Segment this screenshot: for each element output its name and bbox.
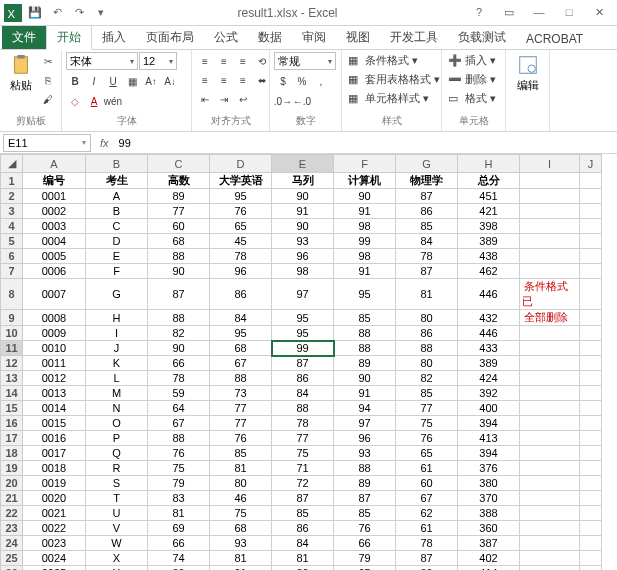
cell[interactable]: 81 (210, 551, 272, 566)
cell[interactable]: 433 (458, 341, 520, 356)
cell[interactable]: 90 (272, 189, 334, 204)
row-header-17[interactable]: 17 (1, 431, 23, 446)
cell[interactable]: 77 (210, 416, 272, 431)
cell[interactable] (580, 204, 602, 219)
cell[interactable] (580, 401, 602, 416)
cell[interactable] (580, 219, 602, 234)
cell[interactable]: 87 (334, 491, 396, 506)
cell[interactable]: I (86, 326, 148, 341)
cell[interactable]: 89 (148, 189, 210, 204)
cell[interactable] (520, 416, 580, 431)
cell[interactable]: 91 (334, 204, 396, 219)
row-header-16[interactable]: 16 (1, 416, 23, 431)
cell[interactable]: 89 (148, 566, 210, 571)
cell[interactable]: 85 (334, 310, 396, 326)
cell[interactable]: 387 (458, 536, 520, 551)
cell[interactable]: 0025 (23, 566, 86, 571)
cell[interactable]: 88 (334, 341, 396, 356)
row-header-19[interactable]: 19 (1, 461, 23, 476)
cell[interactable] (520, 446, 580, 461)
row-header-1[interactable]: 1 (1, 173, 23, 189)
cell[interactable]: N (86, 401, 148, 416)
cell[interactable]: 89 (396, 566, 458, 571)
cell[interactable]: 87 (272, 356, 334, 371)
cell[interactable]: 79 (334, 551, 396, 566)
cell[interactable]: 0021 (23, 506, 86, 521)
row-header-23[interactable]: 23 (1, 521, 23, 536)
cell[interactable]: 86 (272, 521, 334, 536)
row-header-14[interactable]: 14 (1, 386, 23, 401)
cell[interactable]: 394 (458, 446, 520, 461)
col-header-C[interactable]: C (148, 155, 210, 173)
percent-icon[interactable]: % (293, 72, 311, 90)
cell[interactable]: 389 (458, 356, 520, 371)
cell[interactable]: 0007 (23, 279, 86, 310)
cell[interactable] (520, 386, 580, 401)
cell[interactable]: 75 (210, 506, 272, 521)
row-header-10[interactable]: 10 (1, 326, 23, 341)
cell[interactable]: 88 (148, 310, 210, 326)
name-box[interactable]: E11▾ (3, 134, 91, 152)
insert-cells-button[interactable]: ➕插入 ▾ (446, 52, 498, 69)
cell[interactable]: 76 (396, 431, 458, 446)
cell[interactable]: 86 (272, 371, 334, 386)
row-header-5[interactable]: 5 (1, 234, 23, 249)
cell[interactable]: 88 (334, 461, 396, 476)
cell[interactable] (580, 310, 602, 326)
cell[interactable]: 91 (272, 204, 334, 219)
cell[interactable] (580, 279, 602, 310)
header-cell[interactable]: 考生 (86, 173, 148, 189)
cell[interactable]: 424 (458, 371, 520, 386)
cell[interactable]: 90 (148, 341, 210, 356)
cell[interactable]: 68 (210, 341, 272, 356)
cell-styles-button[interactable]: ▦单元格样式 ▾ (346, 90, 431, 107)
cell[interactable]: 0017 (23, 446, 86, 461)
close-icon[interactable]: ✕ (585, 6, 613, 19)
cell[interactable]: 75 (148, 461, 210, 476)
row-header-9[interactable]: 9 (1, 310, 23, 326)
col-header-H[interactable]: H (458, 155, 520, 173)
header-cell[interactable]: 计算机 (334, 173, 396, 189)
cell[interactable]: E (86, 249, 148, 264)
cell[interactable]: 88 (396, 341, 458, 356)
row-header-15[interactable]: 15 (1, 401, 23, 416)
cell[interactable]: 78 (396, 249, 458, 264)
delete-cells-button[interactable]: ➖删除 ▾ (446, 71, 498, 88)
cell[interactable] (580, 341, 602, 356)
cell[interactable]: 80 (396, 310, 458, 326)
row-header-24[interactable]: 24 (1, 536, 23, 551)
cell[interactable]: 0010 (23, 341, 86, 356)
excel-icon[interactable]: X (4, 4, 22, 22)
cell[interactable]: 62 (396, 506, 458, 521)
cell[interactable]: 79 (148, 476, 210, 491)
align-left-icon[interactable]: ≡ (196, 71, 214, 89)
border-icon[interactable]: ▦ (123, 72, 141, 90)
cell[interactable]: H (86, 310, 148, 326)
cell[interactable]: 65 (396, 446, 458, 461)
row-header-26[interactable]: 26 (1, 566, 23, 571)
cell[interactable] (520, 264, 580, 279)
fx-icon[interactable]: fx (94, 137, 115, 149)
indent-dec-icon[interactable]: ⇤ (196, 90, 214, 108)
cell[interactable]: L (86, 371, 148, 386)
cell[interactable]: 0006 (23, 264, 86, 279)
cell[interactable]: 77 (272, 431, 334, 446)
align-center-icon[interactable]: ≡ (215, 71, 233, 89)
cell[interactable]: P (86, 431, 148, 446)
cell[interactable]: 0015 (23, 416, 86, 431)
cell[interactable]: 84 (272, 536, 334, 551)
shrink-font-icon[interactable]: A↓ (161, 72, 179, 90)
bold-icon[interactable]: B (66, 72, 84, 90)
row-header-3[interactable]: 3 (1, 204, 23, 219)
header-cell[interactable]: 编号 (23, 173, 86, 189)
cell[interactable] (520, 536, 580, 551)
wrap-icon[interactable]: ↩ (234, 90, 252, 108)
cell[interactable]: 413 (458, 431, 520, 446)
cell[interactable]: 60 (148, 219, 210, 234)
header-cell[interactable]: 总分 (458, 173, 520, 189)
cell[interactable]: 条件格式已 (520, 279, 580, 310)
header-cell[interactable]: 马列 (272, 173, 334, 189)
cell[interactable] (580, 371, 602, 386)
cell[interactable]: 85 (272, 506, 334, 521)
select-all-cell[interactable]: ◢ (1, 155, 23, 173)
